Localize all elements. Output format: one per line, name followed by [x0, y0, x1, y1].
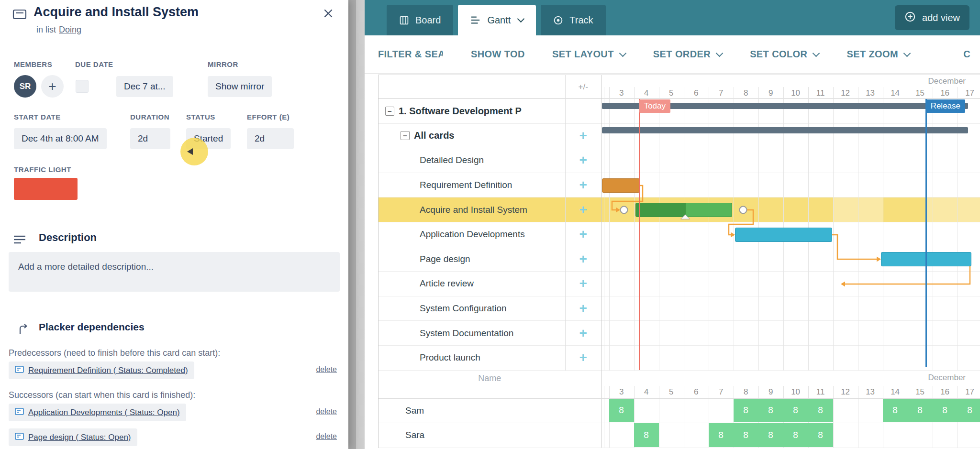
add-card-button[interactable]	[579, 129, 587, 142]
plus-cell	[566, 296, 601, 321]
plus-cell	[566, 173, 601, 198]
toolbar-item-set-color[interactable]: SET COLOR	[750, 49, 819, 60]
duration-button[interactable]: 2d	[130, 128, 170, 149]
gantt-table: 1. Software Development PAll cardsDetail…	[378, 75, 980, 371]
avatar[interactable]: SR	[14, 75, 36, 98]
toolbar-item-filter-search[interactable]: FILTER & SEARCH	[378, 49, 443, 60]
gantt-row-name[interactable]: Page design	[379, 247, 565, 272]
duration-label: DURATION	[130, 113, 169, 121]
show-mirror-button[interactable]: Show mirror	[208, 76, 272, 97]
add-view-button[interactable]: add view	[895, 5, 969, 30]
plus-cell	[566, 124, 601, 149]
gantt-row-name[interactable]: Product launch	[379, 346, 565, 371]
day-header: 17	[958, 386, 980, 398]
cursor-highlight	[180, 138, 208, 165]
add-member-button[interactable]	[41, 75, 64, 98]
resource-name-cell: Sam	[379, 399, 601, 423]
resource-workload-panel: Name December 34567891011121314151617 Sa…	[378, 371, 980, 448]
gantt-row-name[interactable]: System Configuration	[379, 296, 565, 321]
add-card-button[interactable]	[579, 302, 587, 315]
day-header: 4	[634, 87, 659, 99]
gantt-bar-task[interactable]	[735, 228, 832, 242]
plus-cell	[566, 197, 601, 222]
toolbar-item-set-layout[interactable]: SET LAYOUT	[552, 49, 625, 60]
add-card-button[interactable]	[579, 228, 587, 241]
plus-circle-icon	[904, 11, 916, 25]
delete-dependency-link[interactable]: delete	[316, 432, 337, 441]
dependency-line	[845, 266, 970, 284]
task-rows: 1. Software Development PAll cardsDetail…	[379, 99, 565, 371]
traffic-light-swatch[interactable]	[14, 178, 78, 200]
dependency-card-label: Page design ( Status: Open)	[28, 433, 131, 442]
add-card-button[interactable]	[579, 327, 587, 340]
gantt-row-name[interactable]: Detailed Design	[379, 148, 565, 173]
collapse-icon[interactable]	[401, 131, 410, 140]
task-name: Requirement Definition	[420, 180, 512, 190]
tab-gantt[interactable]: Gantt	[458, 5, 536, 35]
dependency-arrow	[731, 232, 735, 238]
day-header: 9	[758, 386, 783, 398]
add-card-button[interactable]	[579, 153, 587, 167]
resource-row[interactable]: Sam888888888	[379, 399, 980, 424]
resource-row[interactable]: Sara888888	[379, 423, 980, 448]
successors-list: Application Developments ( Status: Open)…	[0, 404, 348, 449]
due-date-button[interactable]: Dec 7 at...	[116, 76, 173, 97]
delete-dependency-link[interactable]: delete	[316, 407, 337, 416]
gantt-row-name[interactable]: Application Developments	[379, 222, 565, 247]
dependency-card-link[interactable]: Application Developments ( Status: Open)	[9, 404, 186, 421]
dependency-card-link[interactable]: Page design ( Status: Open)	[9, 428, 137, 446]
delete-dependency-link[interactable]: delete	[316, 365, 337, 374]
add-card-button[interactable]	[579, 351, 587, 364]
add-card-button[interactable]	[579, 252, 587, 266]
description-input[interactable]: Add a more detailed description...	[9, 252, 340, 292]
add-card-button[interactable]	[579, 277, 587, 290]
due-date-checkbox[interactable]	[76, 80, 89, 93]
highlight-patch	[926, 197, 980, 222]
tab-track[interactable]: Track	[541, 5, 605, 35]
resource-header-left: Name	[379, 371, 601, 386]
task-name: All cards	[414, 130, 454, 141]
workload-cell: 8	[883, 399, 908, 423]
day-header: 9	[758, 87, 783, 99]
toolbar-item-c[interactable]: C	[963, 49, 970, 60]
resource-name: Sam	[405, 405, 424, 416]
gantt-row-name[interactable]: Article review	[379, 272, 565, 296]
add-card-button[interactable]	[579, 178, 587, 192]
list-link[interactable]: Doing	[59, 25, 81, 35]
card-title: Acquire and Install System	[33, 5, 199, 20]
chevron-down-icon	[716, 49, 724, 57]
dependency-card-link[interactable]: Requirement Definition ( Status: Complet…	[9, 361, 194, 379]
chevron-down-icon	[517, 15, 525, 23]
workload-cell: 8	[758, 423, 783, 447]
collapse-icon[interactable]	[385, 107, 394, 116]
plus-cell	[566, 272, 601, 296]
add-card-button[interactable]	[579, 203, 587, 217]
resource-cells: 888888888	[601, 399, 980, 423]
toolbar-item-set-order[interactable]: SET ORDER	[653, 49, 722, 60]
gantt-row-name[interactable]: All cards	[379, 124, 565, 149]
effort-button[interactable]: 2d	[247, 128, 294, 149]
toolbar-item-set-zoom[interactable]: SET ZOOM	[846, 49, 910, 60]
gantt-row-name[interactable]: System Documentation	[379, 321, 565, 346]
gantt-bar-progress	[636, 203, 686, 217]
gantt-bar-task[interactable]	[635, 203, 732, 217]
add-view-label: add view	[922, 12, 960, 23]
traffic-light-label: TRAFFIC LIGHT	[14, 165, 71, 174]
view-tabs: BoardGanttTrack	[387, 5, 606, 35]
card-icon	[15, 366, 24, 375]
timeline-body: TodayRelease	[601, 99, 980, 371]
gantt-row-name[interactable]: Requirement Definition	[379, 173, 565, 198]
plus-cell	[566, 148, 601, 173]
gantt-row-name[interactable]: 1. Software Development P	[379, 99, 565, 124]
close-button[interactable]	[320, 6, 337, 23]
tab-board[interactable]: Board	[387, 5, 453, 35]
gantt-bar-task[interactable]	[602, 178, 640, 193]
gantt-row-name[interactable]: Acquire and Install System	[379, 197, 565, 222]
toolbar-item-label: SHOW TODAY	[471, 49, 524, 60]
toolbar-item-show-today[interactable]: SHOW TODAY	[471, 49, 524, 60]
today-label: Today	[639, 99, 670, 113]
start-date-button[interactable]: Dec 4th at 8:00 AM	[14, 128, 107, 149]
gantt-bar-summary[interactable]	[602, 127, 968, 133]
day-header: 4	[634, 386, 659, 398]
day-header: 3	[609, 386, 634, 398]
